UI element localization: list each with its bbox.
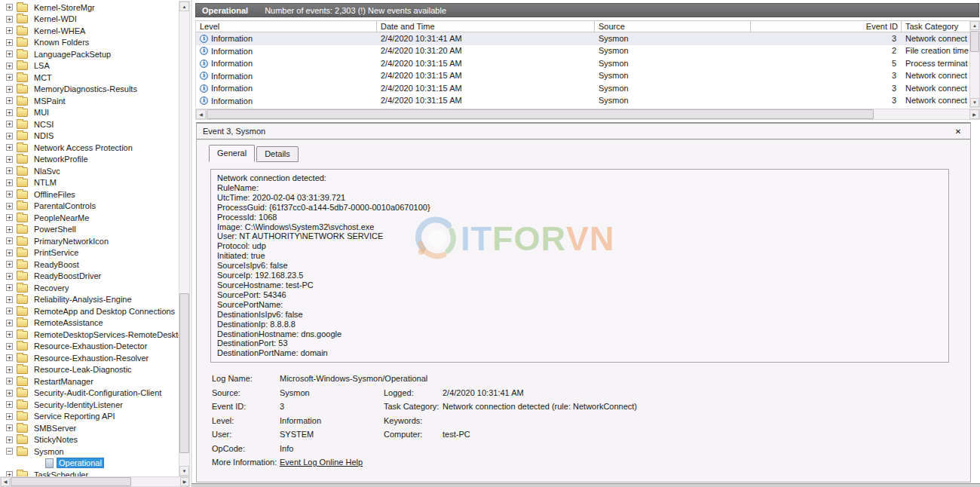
expand-plus-icon[interactable]: + bbox=[6, 354, 13, 361]
tree-item-mspaint[interactable]: +MSPaint bbox=[0, 95, 179, 107]
scroll-up-icon[interactable]: ▲ bbox=[970, 21, 979, 30]
expand-plus-icon[interactable]: + bbox=[6, 109, 13, 116]
expand-plus-icon[interactable]: + bbox=[6, 167, 13, 174]
tree-item-remotedesktopservices-remotedesktopse[interactable]: +RemoteDesktopServices-RemoteDesktopSe bbox=[0, 329, 179, 341]
table-row[interactable]: iInformation2/4/2020 10:31:20 AMSysmon2F… bbox=[196, 45, 969, 58]
tree-hscrollbar-thumb[interactable] bbox=[11, 477, 131, 486]
expand-plus-icon[interactable]: + bbox=[6, 343, 13, 350]
expand-plus-icon[interactable]: + bbox=[6, 366, 13, 373]
tree-item-reliability-analysis-engine[interactable]: +Reliability-Analysis-Engine bbox=[0, 294, 179, 306]
list-vertical-scrollbar[interactable]: ▲ ▼ bbox=[969, 20, 980, 108]
expand-plus-icon[interactable]: + bbox=[6, 424, 13, 431]
expand-plus-icon[interactable]: + bbox=[6, 273, 13, 280]
table-row[interactable]: iInformation2/4/2020 10:31:15 AMSysmon3N… bbox=[196, 70, 969, 83]
tree-item-lsa[interactable]: +LSA bbox=[0, 60, 179, 72]
tree-item-operational[interactable]: Operational bbox=[0, 458, 179, 470]
expand-plus-icon[interactable]: + bbox=[6, 401, 13, 408]
tree-horizontal-scrollbar[interactable]: ◀ ▶ bbox=[0, 476, 190, 487]
scroll-left-icon[interactable]: ◀ bbox=[196, 109, 206, 119]
expand-plus-icon[interactable]: + bbox=[6, 214, 13, 221]
tab-details[interactable]: Details bbox=[256, 146, 299, 162]
expand-plus-icon[interactable]: + bbox=[6, 436, 13, 443]
tree-item-networkprofile[interactable]: +NetworkProfile bbox=[0, 154, 179, 166]
column-header-taskcategory[interactable]: Task Category bbox=[902, 21, 969, 32]
table-row[interactable]: iInformation2/4/2020 10:31:15 AMSysmon3N… bbox=[196, 82, 969, 95]
expand-plus-icon[interactable]: + bbox=[6, 27, 13, 34]
expand-plus-icon[interactable]: + bbox=[6, 378, 13, 384]
expand-plus-icon[interactable]: + bbox=[6, 179, 13, 186]
tree-item-nlasvc[interactable]: +NlaSvc bbox=[0, 165, 179, 177]
expand-plus-icon[interactable]: + bbox=[6, 121, 13, 127]
tree-item-powershell[interactable]: +PowerShell bbox=[0, 224, 179, 236]
column-header-level[interactable]: Level bbox=[196, 21, 377, 32]
expand-plus-icon[interactable]: + bbox=[6, 413, 13, 420]
tree-item-peoplenearme[interactable]: +PeopleNearMe bbox=[0, 212, 179, 224]
tree-vertical-scrollbar[interactable]: ▲ ▼ bbox=[179, 1, 190, 476]
tree-item-network-access-protection[interactable]: +Network Access Protection bbox=[0, 142, 179, 154]
expand-plus-icon[interactable]: + bbox=[6, 133, 13, 139]
tree-item-kernel-wdi[interactable]: +Kernel-WDI bbox=[0, 14, 179, 26]
column-header-datetime[interactable]: Date and Time bbox=[377, 21, 595, 32]
list-scrollbar-thumb[interactable] bbox=[970, 31, 979, 52]
scroll-down-icon[interactable]: ▼ bbox=[179, 466, 189, 476]
tree-item-security-audit-configuration-client[interactable]: +Security-Audit-Configuration-Client bbox=[0, 387, 179, 400]
scroll-right-icon[interactable]: ▶ bbox=[969, 109, 979, 119]
expand-plus-icon[interactable]: + bbox=[6, 39, 13, 46]
expand-plus-icon[interactable]: + bbox=[6, 144, 13, 151]
tree-item-languagepacksetup[interactable]: +LanguagePackSetup bbox=[0, 48, 179, 60]
tree-item-service-reporting-api[interactable]: +Service Reporting API bbox=[0, 411, 179, 423]
column-header-source[interactable]: Source bbox=[595, 21, 751, 32]
expand-plus-icon[interactable]: + bbox=[6, 191, 13, 198]
tree-item-kernel-whea[interactable]: +Kernel-WHEA bbox=[0, 25, 179, 37]
expand-plus-icon[interactable]: + bbox=[6, 320, 13, 326]
expand-plus-icon[interactable]: + bbox=[6, 203, 13, 210]
tree-item-parentalcontrols[interactable]: +ParentalControls bbox=[0, 201, 179, 213]
collapse-minus-icon[interactable]: − bbox=[6, 448, 13, 455]
tab-general[interactable]: General bbox=[209, 145, 255, 162]
tree-scrollbar-thumb[interactable] bbox=[179, 293, 189, 453]
panel-splitter[interactable] bbox=[191, 0, 192, 487]
tree-item-memorydiagnostics-results[interactable]: +MemoryDiagnostics-Results bbox=[0, 84, 179, 96]
expand-plus-icon[interactable]: + bbox=[6, 4, 13, 11]
expand-plus-icon[interactable]: + bbox=[6, 226, 13, 233]
tree-item-taskscheduler[interactable]: +TaskScheduler bbox=[0, 469, 179, 476]
expand-plus-icon[interactable]: + bbox=[6, 156, 13, 163]
tree-item-known-folders[interactable]: +Known Folders bbox=[0, 37, 179, 49]
table-row[interactable]: iInformation2/4/2020 10:31:15 AMSysmon5P… bbox=[196, 57, 969, 70]
column-header-eventid[interactable]: Event ID bbox=[751, 21, 902, 32]
tree-item-offlinefiles[interactable]: +OfflineFiles bbox=[0, 188, 179, 201]
expand-plus-icon[interactable]: + bbox=[6, 97, 13, 104]
scroll-down-icon[interactable]: ▼ bbox=[970, 98, 979, 107]
tree-item-printservice[interactable]: +PrintService bbox=[0, 247, 179, 259]
tree-item-readyboost[interactable]: +ReadyBoost bbox=[0, 259, 179, 271]
list-hscrollbar-thumb[interactable] bbox=[207, 109, 874, 119]
expand-plus-icon[interactable]: + bbox=[6, 237, 13, 244]
event-log-online-help-link[interactable]: Event Log Online Help bbox=[280, 458, 363, 467]
scroll-up-icon[interactable]: ▲ bbox=[179, 2, 189, 11]
list-horizontal-scrollbar[interactable]: ◀ ▶ bbox=[195, 109, 980, 120]
scroll-right-icon[interactable]: ▶ bbox=[180, 477, 189, 486]
expand-plus-icon[interactable]: + bbox=[6, 16, 13, 23]
tree-item-ndis[interactable]: +NDIS bbox=[0, 130, 179, 142]
close-icon[interactable]: ✕ bbox=[952, 125, 964, 137]
tree-item-remoteapp-and-desktop-connections[interactable]: +RemoteApp and Desktop Connections bbox=[0, 305, 179, 317]
tree-item-restartmanager[interactable]: +RestartManager bbox=[0, 375, 179, 387]
tree-item-sysmon[interactable]: −Sysmon bbox=[0, 446, 179, 458]
tree-item-security-identitylistener[interactable]: +Security-IdentityListener bbox=[0, 399, 179, 411]
tree-item-ntlm[interactable]: +NTLM bbox=[0, 177, 179, 189]
expand-plus-icon[interactable]: + bbox=[6, 390, 13, 397]
tree-item-ncsi[interactable]: +NCSI bbox=[0, 118, 179, 130]
expand-plus-icon[interactable]: + bbox=[6, 250, 13, 256]
tree-item-smbserver[interactable]: +SMBServer bbox=[0, 422, 179, 434]
tree-item-remoteassistance[interactable]: +RemoteAssistance bbox=[0, 317, 179, 329]
expand-plus-icon[interactable]: + bbox=[6, 296, 13, 303]
tree-item-mui[interactable]: +MUI bbox=[0, 107, 179, 119]
tree-item-resource-exhaustion-resolver[interactable]: +Resource-Exhaustion-Resolver bbox=[0, 352, 179, 364]
expand-plus-icon[interactable]: + bbox=[6, 308, 13, 314]
table-row[interactable]: iInformation2/4/2020 10:31:15 AMSysmon3N… bbox=[196, 95, 969, 108]
expand-plus-icon[interactable]: + bbox=[6, 74, 13, 81]
tree-item-stickynotes[interactable]: +StickyNotes bbox=[0, 434, 179, 446]
tree-item-mct[interactable]: +MCT bbox=[0, 72, 179, 84]
tree-item-primarynetworkicon[interactable]: +PrimaryNetworkIcon bbox=[0, 235, 179, 247]
table-row[interactable]: iInformation2/4/2020 10:31:41 AMSysmon3N… bbox=[196, 32, 969, 45]
